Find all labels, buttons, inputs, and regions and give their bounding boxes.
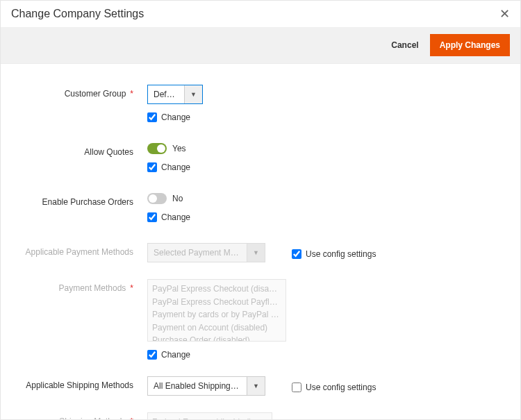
change-enable-po-checkbox[interactable]: [147, 212, 157, 222]
action-bar: Cancel Apply Changes: [1, 27, 520, 64]
listbox-payment-methods: PayPal Express Checkout (disabled)PayPal…: [147, 279, 286, 342]
list-item: Payment by cards or by PayPal account (d…: [152, 308, 281, 321]
label-allow-quotes: Allow Quotes: [11, 143, 147, 157]
form-body: Customer Group Default (Ge… ▼ Change All…: [1, 64, 520, 420]
label-applicable-payment-methods: Applicable Payment Methods: [11, 243, 147, 257]
change-allow-quotes-checkbox[interactable]: [147, 162, 157, 172]
toggle-enable-po-value: No: [172, 194, 183, 203]
change-payment-methods[interactable]: Change: [147, 350, 190, 360]
select-applicable-payment-methods: Selected Payment Methods ▼: [147, 243, 265, 262]
toggle-enable-po[interactable]: [147, 193, 167, 204]
select-applicable-shipping-methods[interactable]: All Enabled Shipping Methods ▼: [147, 376, 265, 396]
row-applicable-payment-methods: Applicable Payment Methods Selected Paym…: [11, 243, 510, 262]
use-config-shipping-methods[interactable]: Use config settings: [292, 380, 376, 392]
label-payment-methods: Payment Methods: [11, 279, 147, 293]
use-config-payment-methods[interactable]: Use config settings: [292, 246, 376, 259]
change-payment-methods-checkbox[interactable]: [147, 350, 157, 360]
select-customer-group[interactable]: Default (Ge… ▼: [147, 85, 203, 104]
row-shipping-methods: Shipping Methods Federal Express (disabl…: [11, 412, 510, 420]
chevron-down-icon: ▼: [247, 244, 265, 262]
row-payment-methods: Payment Methods PayPal Express Checkout …: [11, 279, 510, 360]
list-item: PayPal Express Checkout Payflow Edition …: [152, 296, 281, 309]
chevron-down-icon: ▼: [247, 377, 265, 395]
change-customer-group-label: Change: [161, 112, 190, 122]
change-payment-methods-label: Change: [161, 350, 190, 360]
change-allow-quotes[interactable]: Change: [147, 162, 190, 172]
listbox-shipping-methods: Federal Express (disabled)Flat RateBest …: [147, 412, 272, 420]
list-item: Federal Express (disabled): [152, 416, 267, 420]
select-applicable-shipping-methods-value: All Enabled Shipping Methods: [148, 381, 247, 391]
cancel-button[interactable]: Cancel: [388, 35, 421, 56]
label-enable-po: Enable Purchase Orders: [11, 193, 147, 207]
row-allow-quotes: Allow Quotes Yes Change: [11, 143, 510, 172]
list-item: PayPal Express Checkout (disabled): [152, 283, 281, 296]
list-item: Purchase Order (disabled): [152, 334, 281, 342]
change-customer-group-checkbox[interactable]: [147, 112, 157, 122]
use-config-shipping-methods-checkbox[interactable]: [292, 383, 301, 392]
apply-changes-button[interactable]: Apply Changes: [430, 34, 510, 56]
list-item: Payment on Account (disabled): [152, 321, 281, 335]
select-customer-group-value: Default (Ge…: [148, 90, 184, 99]
modal-header: Change Company Settings ✕: [1, 1, 520, 27]
label-shipping-methods: Shipping Methods: [11, 412, 147, 420]
row-enable-po: Enable Purchase Orders No Change: [11, 193, 510, 222]
change-enable-po[interactable]: Change: [147, 212, 190, 222]
use-config-payment-methods-checkbox[interactable]: [292, 249, 301, 259]
toggle-allow-quotes[interactable]: [147, 143, 167, 154]
close-icon[interactable]: ✕: [499, 8, 510, 20]
change-allow-quotes-label: Change: [161, 162, 190, 172]
use-config-shipping-methods-label: Use config settings: [306, 383, 376, 392]
label-customer-group: Customer Group: [11, 85, 147, 99]
use-config-payment-methods-label: Use config settings: [306, 249, 376, 259]
toggle-allow-quotes-value: Yes: [172, 144, 186, 153]
select-applicable-payment-methods-value: Selected Payment Methods: [148, 248, 247, 258]
label-applicable-shipping-methods: Applicable Shipping Methods: [11, 376, 147, 390]
row-applicable-shipping-methods: Applicable Shipping Methods All Enabled …: [11, 376, 510, 396]
change-customer-group[interactable]: Change: [147, 112, 190, 122]
change-enable-po-label: Change: [161, 212, 190, 222]
chevron-down-icon: ▼: [184, 85, 202, 103]
row-customer-group: Customer Group Default (Ge… ▼ Change: [11, 85, 510, 122]
modal-title: Change Company Settings: [11, 8, 144, 20]
